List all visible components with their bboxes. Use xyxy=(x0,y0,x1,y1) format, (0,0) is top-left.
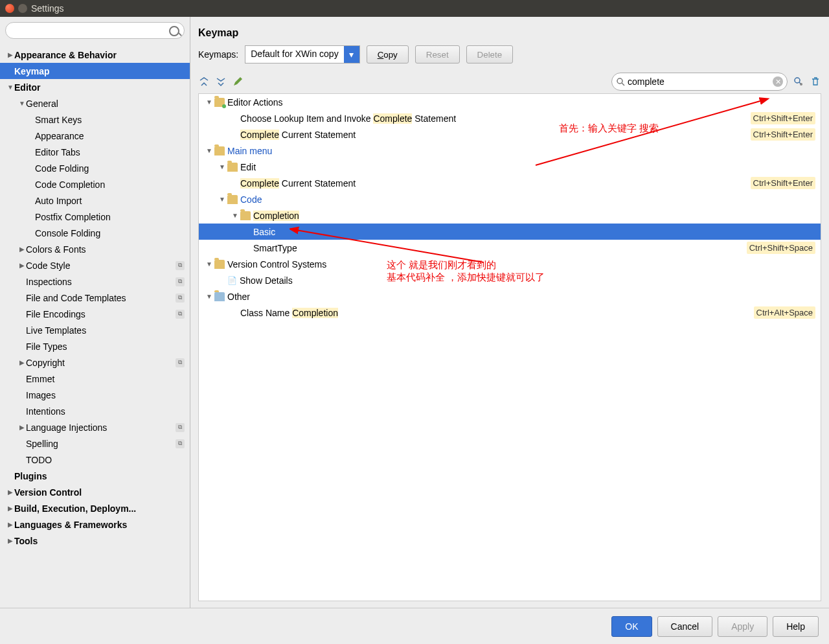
keymap-row[interactable]: ▼Code xyxy=(199,191,821,207)
titlebar: Settings xyxy=(0,0,829,17)
sidebar-item[interactable]: Editor Tabs xyxy=(0,144,190,160)
keymaps-row: Keymaps: Default for XWin copy ▾ Copy Re… xyxy=(198,45,821,70)
keymap-row[interactable]: Choose Lookup Item and Invoke Complete S… xyxy=(199,110,821,126)
cancel-button[interactable]: Cancel xyxy=(657,616,713,637)
reset-button: Reset xyxy=(415,45,460,63)
row-label: Code xyxy=(240,194,815,205)
expand-arrow-icon: ▶ xyxy=(18,246,26,253)
folder-icon xyxy=(227,163,238,172)
sidebar-item[interactable]: Images xyxy=(0,387,190,403)
row-label: Basic xyxy=(253,227,815,237)
sidebar-item-label: Version Control xyxy=(14,487,187,498)
sidebar-item[interactable]: TODO xyxy=(0,452,190,468)
main-panel: Keymap Keymaps: Default for XWin copy ▾ … xyxy=(190,17,829,608)
sidebar-item[interactable]: Code Completion xyxy=(0,176,190,192)
sidebar-item[interactable]: ▶Code Style⧉ xyxy=(0,257,190,273)
row-label: Other xyxy=(227,292,815,302)
keymap-row[interactable]: Complete Current StatementCtrl+Shift+Ent… xyxy=(199,175,821,191)
panel-title: Keymap xyxy=(198,25,821,45)
settings-tree[interactable]: ▶Appearance & BehaviorKeymap▼Editor▼Gene… xyxy=(0,44,190,608)
sidebar-item[interactable]: Keymap xyxy=(0,63,190,79)
sidebar-item[interactable]: ▶Build, Execution, Deploym... xyxy=(0,500,190,516)
sidebar-item[interactable]: File Encodings⧉ xyxy=(0,306,190,322)
sidebar-item[interactable]: Intentions xyxy=(0,403,190,419)
scope-tag-icon: ⧉ xyxy=(176,423,185,432)
folder-icon xyxy=(214,260,225,269)
sidebar-item-label: Code Style xyxy=(26,260,176,271)
sidebar-item[interactable]: Postfix Completion xyxy=(0,209,190,225)
expand-arrow-icon: ▶ xyxy=(6,537,14,544)
row-label: Main menu xyxy=(227,146,815,156)
sidebar-search-input[interactable] xyxy=(5,22,185,39)
folder-icon xyxy=(214,98,225,107)
keymaps-dropdown[interactable]: Default for XWin copy ▾ xyxy=(245,45,359,63)
row-label: SmartType xyxy=(253,243,747,253)
sidebar-item[interactable]: Smart Keys xyxy=(0,111,190,128)
trash-icon[interactable] xyxy=(810,76,821,87)
ok-button[interactable]: OK xyxy=(611,616,652,637)
sidebar-item[interactable]: Spelling⧉ xyxy=(0,435,190,452)
action-search-input[interactable] xyxy=(625,76,773,87)
keymap-row[interactable]: Basic xyxy=(199,224,821,240)
sidebar-item[interactable]: ▶Version Control xyxy=(0,484,190,500)
keymap-row[interactable]: 📄Show Details xyxy=(199,272,821,288)
chevron-down-icon[interactable]: ▾ xyxy=(344,46,359,63)
svg-point-2 xyxy=(795,78,800,83)
collapse-all-icon[interactable] xyxy=(215,76,227,87)
keymap-row[interactable]: ▼Main menu xyxy=(199,143,821,159)
sidebar-item-label: File Types xyxy=(26,341,187,352)
keymap-row[interactable]: ▼Other xyxy=(199,288,821,305)
minimize-icon[interactable] xyxy=(18,4,27,13)
sidebar-item-label: Spelling xyxy=(26,439,176,449)
scope-tag-icon: ⧉ xyxy=(176,439,185,448)
row-label: Complete Current Statement xyxy=(240,130,751,140)
sidebar-item[interactable]: ▶Colors & Fonts xyxy=(0,241,190,257)
keymap-row[interactable]: SmartTypeCtrl+Shift+Space xyxy=(199,240,821,256)
sidebar-item[interactable]: File Types xyxy=(0,338,190,354)
sidebar-item-label: TODO xyxy=(26,455,187,465)
sidebar-item[interactable]: ▶Language Injections⧉ xyxy=(0,419,190,435)
expand-arrow-icon: ▼ xyxy=(204,147,214,154)
sidebar-item-label: Editor Tabs xyxy=(35,147,187,157)
find-by-shortcut-icon[interactable] xyxy=(793,76,804,87)
expand-arrow-icon: ▼ xyxy=(204,293,214,300)
sidebar-item-label: File and Code Templates xyxy=(26,293,176,303)
row-label: Edit xyxy=(240,162,815,172)
sidebar-item[interactable]: Console Folding xyxy=(0,225,190,241)
sidebar-item[interactable]: Live Templates xyxy=(0,322,190,338)
shortcut-badge: Ctrl+Shift+Enter xyxy=(751,128,816,141)
sidebar-item[interactable]: File and Code Templates⧉ xyxy=(0,290,190,306)
sidebar-item[interactable]: Plugins xyxy=(0,468,190,484)
keymap-row[interactable]: ▼Editor Actions xyxy=(199,94,821,110)
sidebar-item[interactable]: ▼General xyxy=(0,95,190,111)
sidebar-item[interactable]: ▶Copyright⧉ xyxy=(0,354,190,371)
keymap-row[interactable]: ▼Completion xyxy=(199,207,821,224)
sidebar-item[interactable]: Appearance xyxy=(0,128,190,144)
sidebar-item-label: Console Folding xyxy=(35,228,187,238)
sidebar-item[interactable]: Emmet xyxy=(0,371,190,387)
keymap-row[interactable]: Complete Current StatementCtrl+Shift+Ent… xyxy=(199,126,821,143)
keymap-tree[interactable]: 首先：输入关键字 搜索 这个 就是我们刚才看到的 基本代码补全 ，添加快捷键就可… xyxy=(198,93,821,601)
help-button[interactable]: Help xyxy=(773,616,819,637)
sidebar-item-label: Language Injections xyxy=(26,422,176,433)
sidebar-item-label: Tools xyxy=(14,536,187,546)
keymap-row[interactable]: Class Name CompletionCtrl+Alt+Space xyxy=(199,305,821,321)
copy-button[interactable]: Copy xyxy=(367,45,409,63)
sidebar-item[interactable]: Auto Import xyxy=(0,192,190,209)
row-label: Editor Actions xyxy=(227,97,815,108)
sidebar-search xyxy=(0,17,190,44)
folder-icon xyxy=(214,146,225,155)
sidebar-item[interactable]: ▼Editor xyxy=(0,79,190,95)
sidebar-item[interactable]: ▶Languages & Frameworks xyxy=(0,516,190,533)
content: ▶Appearance & BehaviorKeymap▼Editor▼Gene… xyxy=(0,17,829,608)
sidebar-item[interactable]: ▶Tools xyxy=(0,533,190,549)
expand-all-icon[interactable] xyxy=(198,76,210,87)
edit-icon[interactable] xyxy=(232,76,244,87)
keymap-row[interactable]: ▼Version Control Systems xyxy=(199,256,821,272)
keymap-row[interactable]: ▼Edit xyxy=(199,159,821,175)
sidebar-item[interactable]: Inspections⧉ xyxy=(0,273,190,290)
sidebar-item[interactable]: ▶Appearance & Behavior xyxy=(0,47,190,63)
sidebar-item[interactable]: Code Folding xyxy=(0,160,190,176)
clear-icon[interactable]: ✕ xyxy=(773,76,783,87)
close-icon[interactable] xyxy=(5,4,14,13)
